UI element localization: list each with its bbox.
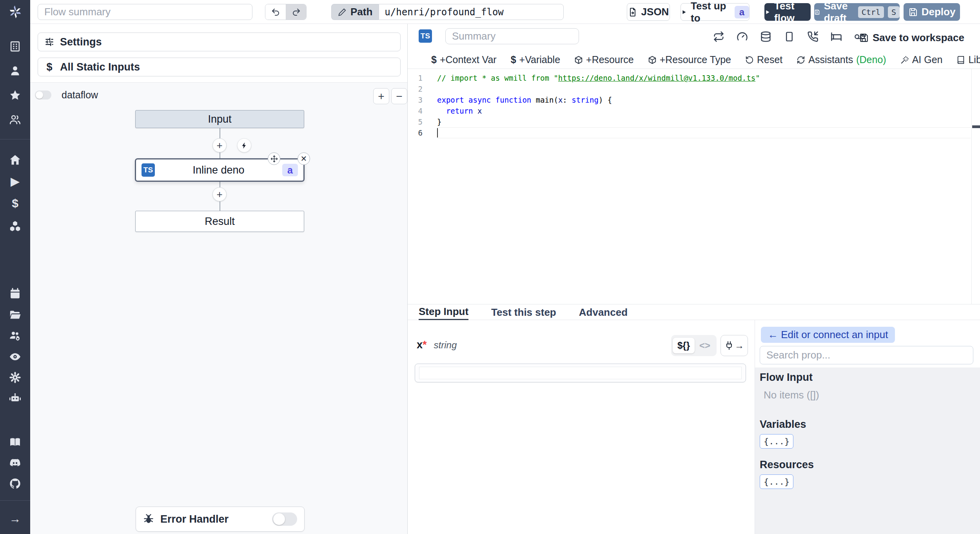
tab-test-this-step[interactable]: Test this step: [491, 304, 556, 320]
add-step-button[interactable]: +: [212, 138, 227, 152]
discord-icon[interactable]: [9, 457, 21, 469]
path-group: Path: [331, 4, 564, 20]
code-line[interactable]: [437, 127, 971, 138]
suspend-phone-icon[interactable]: [807, 31, 818, 42]
star-icon[interactable]: [9, 89, 21, 101]
code-line[interactable]: export async function main(x: string) {: [437, 94, 971, 105]
module-settings-icons: [713, 31, 866, 42]
test-up-to-button[interactable]: Test up to a: [681, 3, 750, 21]
flow-input-empty: No items ([]): [764, 389, 975, 401]
dataflow-control: dataflow: [35, 89, 98, 101]
code-editor[interactable]: 123456 // import * as wmill from "https:…: [408, 69, 980, 304]
search-prop-input[interactable]: [760, 346, 973, 364]
cubes-icon[interactable]: [9, 220, 21, 232]
deploy-button[interactable]: Deploy: [904, 3, 960, 21]
connector-line: [220, 128, 220, 138]
close-icon: ✕: [301, 155, 307, 163]
robot-icon[interactable]: [9, 392, 21, 404]
home-icon[interactable]: [9, 154, 21, 166]
users-icon[interactable]: [9, 114, 21, 126]
expr-mode-button[interactable]: ${}: [673, 338, 695, 353]
book-open-icon[interactable]: [9, 436, 21, 448]
building-icon[interactable]: [9, 40, 21, 52]
required-mark: *: [423, 339, 427, 351]
tab-advanced[interactable]: Advanced: [579, 304, 628, 320]
play-icon[interactable]: ▶: [9, 175, 21, 187]
dollar-icon: $: [511, 54, 516, 65]
bug-icon: [143, 514, 154, 525]
path-input[interactable]: [379, 4, 564, 20]
path-label[interactable]: Path: [331, 4, 379, 20]
code-line[interactable]: [437, 83, 971, 94]
timeout-square-icon[interactable]: [784, 31, 795, 42]
tab-step-input[interactable]: Step Input: [419, 304, 468, 320]
zoom-out-button[interactable]: −: [391, 88, 407, 104]
json-button[interactable]: JSON: [627, 3, 670, 21]
connect-input-button[interactable]: →: [720, 335, 748, 356]
argument-value-input[interactable]: [415, 364, 746, 382]
add-step-button[interactable]: +: [212, 187, 227, 201]
argument-type: string: [434, 340, 457, 351]
library-button[interactable]: Library: [956, 54, 980, 65]
test-flow-button[interactable]: Test flow: [764, 3, 811, 21]
zoom-in-button[interactable]: +: [373, 88, 389, 104]
gear-icon[interactable]: [9, 371, 21, 384]
code-mode-button[interactable]: <>: [695, 338, 715, 353]
save-to-workspace-button[interactable]: Save to workspace: [859, 32, 964, 44]
trigger-bolt-button[interactable]: [237, 138, 251, 152]
connect-panel: ← Edit or connect an input Flow Input No…: [755, 320, 980, 534]
code-line[interactable]: }: [437, 116, 971, 127]
overview-ruler[interactable]: [971, 69, 980, 304]
add-variable-button[interactable]: $ +Variable: [511, 54, 560, 65]
retries-icon[interactable]: [713, 31, 724, 42]
undo-redo-group: [265, 4, 307, 20]
text-cursor: [437, 128, 438, 138]
arrow-right-icon[interactable]: →: [9, 512, 21, 525]
summary-input[interactable]: [445, 28, 579, 44]
redo-icon: [292, 7, 301, 17]
assistants-button[interactable]: Assistants (Deno): [797, 54, 886, 65]
cache-database-icon[interactable]: [760, 31, 771, 42]
dollar-icon[interactable]: $: [9, 197, 21, 209]
calendar-icon[interactable]: [9, 288, 21, 300]
dataflow-label: dataflow: [62, 89, 98, 101]
variables-object-chip[interactable]: {...}: [760, 434, 793, 449]
github-icon[interactable]: [9, 478, 21, 490]
step-tabs: Step Input Test this step Advanced: [408, 304, 980, 320]
dataflow-toggle[interactable]: [35, 91, 51, 100]
undo-button[interactable]: [265, 4, 286, 20]
move-step-button[interactable]: [268, 152, 280, 165]
code-lines[interactable]: // import * as wmill from "https://deno.…: [437, 69, 971, 138]
flow-summary-input[interactable]: [38, 4, 252, 20]
add-resource-button[interactable]: +Resource: [574, 54, 634, 65]
flow-canvas[interactable]: dataflow + − Input + ✕ TS Inline deno: [30, 82, 407, 534]
user-icon[interactable]: [9, 65, 21, 77]
add-context-var-button[interactable]: $ +Context Var: [431, 54, 497, 65]
concurrency-gauge-icon[interactable]: [737, 31, 748, 42]
all-static-inputs-button[interactable]: $ All Static Inputs: [38, 58, 401, 76]
users-gear-icon[interactable]: [9, 330, 21, 342]
code-line[interactable]: // import * as wmill from "https://deno.…: [437, 72, 971, 83]
settings-button[interactable]: Settings: [38, 33, 401, 51]
delete-step-button[interactable]: ✕: [298, 152, 310, 165]
add-resource-type-button[interactable]: +Resource Type: [648, 54, 731, 65]
sleep-bed-icon[interactable]: [831, 31, 842, 42]
connector-line: [220, 152, 220, 158]
redo-button[interactable]: [286, 4, 306, 20]
flow-node-input[interactable]: Input: [135, 110, 304, 128]
resources-object-chip[interactable]: {...}: [760, 474, 793, 489]
pencil-icon: [338, 8, 347, 16]
save-icon: [814, 7, 820, 17]
save-draft-button[interactable]: Save draft Ctrl S: [814, 3, 900, 21]
error-handler-card[interactable]: Error Handler: [136, 507, 305, 532]
eye-icon[interactable]: [9, 351, 21, 363]
code-line[interactable]: return x: [437, 105, 971, 116]
error-handler-toggle[interactable]: [272, 512, 297, 526]
folder-open-icon[interactable]: [9, 309, 21, 321]
reset-button[interactable]: Reset: [745, 54, 782, 65]
ai-gen-button[interactable]: AI Gen: [900, 54, 943, 65]
edit-or-connect-button[interactable]: ← Edit or connect an input: [761, 327, 895, 343]
flow-node-result[interactable]: Result: [135, 211, 304, 232]
windmill-logo-icon[interactable]: [7, 4, 23, 20]
prop-sections: Flow Input No items ([]) Variables {...}…: [755, 367, 980, 534]
